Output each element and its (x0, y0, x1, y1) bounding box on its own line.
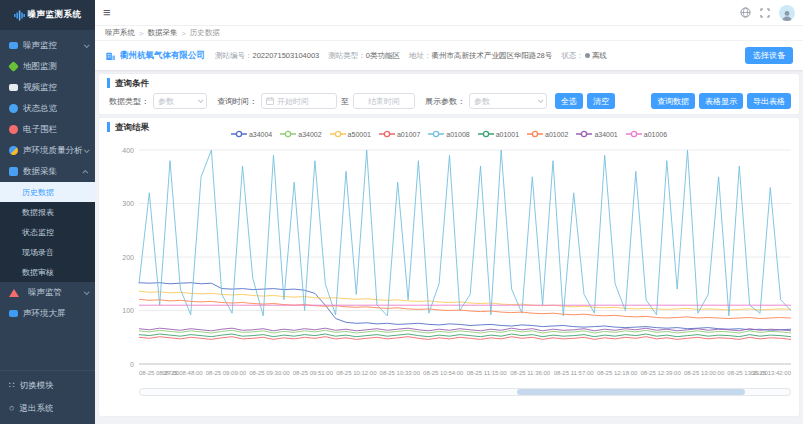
legend-item-a34002[interactable]: a34002 (280, 130, 321, 138)
station-address: 地址：衢州市高新技术产业园区华阳路28号 (409, 51, 552, 61)
chevron-down-icon (84, 289, 90, 295)
app-root: 噪声监测系统 噪声监控 地图监测 视频监控 状态总览 电子围栏 (0, 0, 803, 424)
big-screen-icon (9, 310, 18, 317)
select-device-button[interactable]: 选择设备 (745, 47, 793, 64)
station-name: 衢州杭氧气体有限公司 (120, 50, 205, 62)
x-axis-label: 08-25 09:51:00 (293, 370, 334, 376)
sound-wave-icon (14, 10, 25, 21)
station-status: 状态：离线 (561, 51, 607, 61)
chevron-down-icon (538, 97, 544, 103)
query-conditions-card: 查询条件 数据类型： 参数 查询时间： 开始时间 至 结束时间 展示参数： 参数… (99, 74, 799, 114)
legend-label: a01008 (446, 131, 469, 138)
power-icon: ○ (9, 404, 14, 413)
legend-marker-icon (576, 130, 592, 138)
chevron-up-icon (82, 169, 88, 175)
data-type-select[interactable]: 参数 (153, 93, 207, 109)
x-axis-label: 08-25 12:18:00 (597, 370, 638, 376)
legend-label: a34004 (249, 131, 272, 138)
station-building-icon (105, 50, 116, 61)
menu-toggle-icon[interactable]: ≡ (103, 6, 111, 19)
sidebar-item-electronic-fence[interactable]: 电子围栏 (0, 119, 95, 140)
display-param-select[interactable]: 参数 (469, 93, 547, 109)
legend-item-a01007[interactable]: a01007 (379, 130, 420, 138)
chart-legend: a34004a34002a50001a01007a01008a01001a010… (99, 130, 799, 138)
sidebar-item-video[interactable]: 视频监控 (0, 77, 95, 98)
export-table-button[interactable]: 导出表格 (747, 93, 791, 109)
calendar-icon (266, 97, 274, 105)
select-all-button[interactable]: 全选 (555, 93, 583, 109)
legend-item-a01002[interactable]: a01002 (527, 130, 568, 138)
x-axis-label: 08-25 11:36:00 (510, 370, 551, 376)
y-axis-label: 300 (122, 200, 134, 207)
sidebar-item-noise-supervise[interactable]: 噪声监管 (0, 282, 95, 303)
language-globe-icon[interactable] (740, 7, 751, 18)
x-axis-label: 08-25 10:12:00 (336, 370, 377, 376)
legend-label: a01002 (545, 131, 568, 138)
user-avatar[interactable] (779, 5, 795, 21)
breadcrumb-item-data-collect[interactable]: 数据采集 (147, 28, 177, 38)
legend-item-a34004[interactable]: a34004 (231, 130, 272, 138)
sidebar-item-data-audit[interactable]: 数据审核 (0, 262, 95, 282)
legend-label: a50001 (348, 131, 371, 138)
logout-button[interactable]: ○ 退出系统 (0, 397, 95, 420)
logo: 噪声监测系统 (0, 0, 95, 30)
legend-marker-icon (231, 130, 247, 138)
end-time-input[interactable]: 结束时间 (353, 93, 415, 109)
y-axis-label: 100 (122, 307, 134, 314)
x-axis-label: 08-25 11:57:00 (554, 370, 595, 376)
datazoom-thumb[interactable] (517, 389, 745, 395)
sidebar-item-field-recording[interactable]: 现场录音 (0, 242, 95, 262)
video-camera-icon (9, 84, 18, 91)
query-results-card: 查询结果 a34004a34002a50001a01007a01008a0100… (99, 118, 799, 416)
legend-label: a01001 (496, 131, 519, 138)
sidebar-item-map[interactable]: 地图监测 (0, 56, 95, 77)
sidebar-item-sound-analysis[interactable]: 声环境质量分析 (0, 140, 95, 161)
x-axis-label: 08-25 13:00:00 (684, 370, 725, 376)
station-info-bar: 衢州杭氧气体有限公司 测站编号：2022071503104003 测站类型：0类… (95, 41, 803, 70)
sidebar-item-status-overview[interactable]: 状态总览 (0, 98, 95, 119)
legend-item-a01001[interactable]: a01001 (478, 130, 519, 138)
chart-plot: 010020030040008-25 08:27:0008-25 08:48:0… (99, 144, 799, 384)
sidebar-item-data-collect[interactable]: 数据采集 (0, 161, 95, 182)
sidebar-footer: ∷ 切换模块 ○ 退出系统 (0, 370, 95, 420)
query-data-button[interactable]: 查询数据 (651, 93, 695, 109)
x-axis-label: 08-25 09:09:00 (206, 370, 247, 376)
legend-item-a34001[interactable]: a34001 (576, 130, 617, 138)
sidebar-item-data-report[interactable]: 数据报表 (0, 202, 95, 222)
y-axis-label: 0 (130, 361, 134, 368)
sidebar-item-status-monitor[interactable]: 状态监控 (0, 222, 95, 242)
data-collect-icon (9, 167, 18, 176)
clear-button[interactable]: 清空 (587, 93, 615, 109)
series-line-a34002 (139, 330, 791, 333)
query-time-label: 查询时间： (217, 96, 257, 107)
offline-status-dot (585, 53, 590, 58)
sidebar-menu: 噪声监控 地图监测 视频监控 状态总览 电子围栏 声环境质量分析 (0, 30, 95, 324)
x-axis-label: 08-25 09:30:00 (249, 370, 290, 376)
legend-item-a50001[interactable]: a50001 (330, 130, 371, 138)
x-axis-label: 08-25 08:48:00 (162, 370, 203, 376)
data-collect-submenu: 历史数据 数据报表 状态监控 现场录音 数据审核 (0, 182, 95, 282)
datazoom-slider[interactable] (139, 388, 791, 396)
chevron-down-icon (84, 42, 90, 48)
start-time-input[interactable]: 开始时间 (261, 93, 337, 109)
fullscreen-icon[interactable] (760, 8, 770, 18)
sidebar-item-big-screen[interactable]: 声环境大屏 (0, 303, 95, 324)
switch-module-button[interactable]: ∷ 切换模块 (0, 374, 95, 397)
grid-icon: ∷ (9, 381, 15, 390)
legend-item-a01006[interactable]: a01006 (626, 130, 667, 138)
sidebar-item-history-data[interactable]: 历史数据 (0, 182, 95, 202)
x-axis-label: 08-25 10:33:00 (380, 370, 421, 376)
table-view-button[interactable]: 表格显示 (699, 93, 743, 109)
sidebar: 噪声监测系统 噪声监控 地图监测 视频监控 状态总览 电子围栏 (0, 0, 95, 424)
legend-marker-icon (330, 130, 346, 138)
chevron-down-icon (84, 147, 90, 153)
series-line-a01007 (139, 337, 791, 340)
legend-label: a34001 (594, 131, 617, 138)
breadcrumb-item-system[interactable]: 噪声系统 (105, 28, 135, 38)
y-axis-label: 400 (122, 147, 134, 154)
app-title: 噪声监测系统 (28, 9, 82, 21)
sidebar-item-noise-monitor[interactable]: 噪声监控 (0, 35, 95, 56)
x-axis-label: 08-25 11:15:00 (467, 370, 508, 376)
legend-item-a01008[interactable]: a01008 (428, 130, 469, 138)
series-line-a50001 (139, 291, 791, 310)
